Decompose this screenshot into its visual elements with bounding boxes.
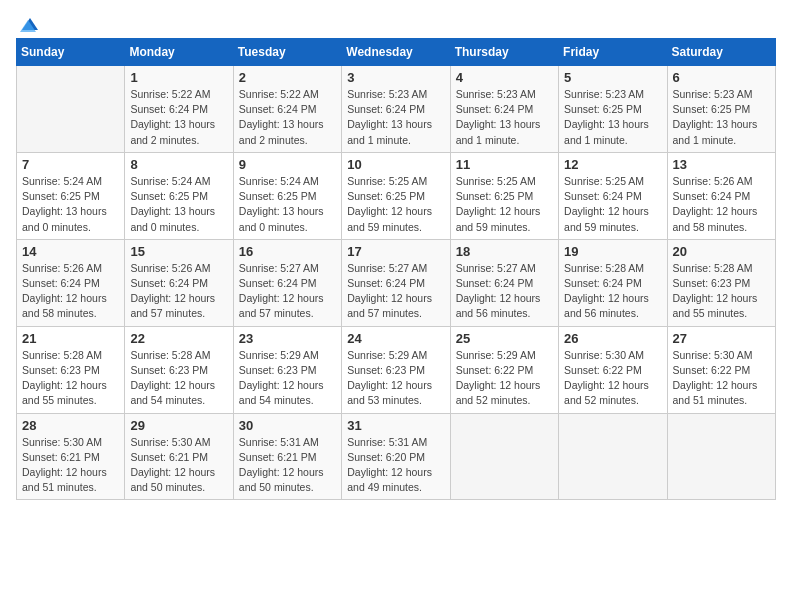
day-info: Sunrise: 5:30 AMSunset: 6:22 PMDaylight:… <box>564 348 661 409</box>
calendar-cell: 7Sunrise: 5:24 AMSunset: 6:25 PMDaylight… <box>17 152 125 239</box>
day-number: 30 <box>239 418 336 433</box>
day-info: Sunrise: 5:28 AMSunset: 6:23 PMDaylight:… <box>673 261 770 322</box>
calendar-cell: 3Sunrise: 5:23 AMSunset: 6:24 PMDaylight… <box>342 66 450 153</box>
day-number: 20 <box>673 244 770 259</box>
day-number: 10 <box>347 157 444 172</box>
calendar-cell: 28Sunrise: 5:30 AMSunset: 6:21 PMDayligh… <box>17 413 125 500</box>
day-number: 17 <box>347 244 444 259</box>
calendar-cell: 14Sunrise: 5:26 AMSunset: 6:24 PMDayligh… <box>17 239 125 326</box>
calendar-cell: 10Sunrise: 5:25 AMSunset: 6:25 PMDayligh… <box>342 152 450 239</box>
weekday-header-saturday: Saturday <box>667 39 775 66</box>
calendar-cell <box>667 413 775 500</box>
day-info: Sunrise: 5:26 AMSunset: 6:24 PMDaylight:… <box>673 174 770 235</box>
day-info: Sunrise: 5:30 AMSunset: 6:21 PMDaylight:… <box>22 435 119 496</box>
calendar-week-row: 14Sunrise: 5:26 AMSunset: 6:24 PMDayligh… <box>17 239 776 326</box>
calendar-cell: 19Sunrise: 5:28 AMSunset: 6:24 PMDayligh… <box>559 239 667 326</box>
logo-icon <box>18 12 40 34</box>
day-number: 9 <box>239 157 336 172</box>
weekday-header-friday: Friday <box>559 39 667 66</box>
calendar-cell <box>17 66 125 153</box>
day-number: 6 <box>673 70 770 85</box>
day-info: Sunrise: 5:26 AMSunset: 6:24 PMDaylight:… <box>130 261 227 322</box>
calendar-cell: 16Sunrise: 5:27 AMSunset: 6:24 PMDayligh… <box>233 239 341 326</box>
day-number: 13 <box>673 157 770 172</box>
day-number: 11 <box>456 157 553 172</box>
calendar-cell <box>450 413 558 500</box>
weekday-header-tuesday: Tuesday <box>233 39 341 66</box>
day-info: Sunrise: 5:24 AMSunset: 6:25 PMDaylight:… <box>22 174 119 235</box>
calendar-table: SundayMondayTuesdayWednesdayThursdayFrid… <box>16 38 776 500</box>
day-info: Sunrise: 5:27 AMSunset: 6:24 PMDaylight:… <box>347 261 444 322</box>
calendar-cell: 25Sunrise: 5:29 AMSunset: 6:22 PMDayligh… <box>450 326 558 413</box>
day-number: 19 <box>564 244 661 259</box>
day-number: 8 <box>130 157 227 172</box>
calendar-cell: 5Sunrise: 5:23 AMSunset: 6:25 PMDaylight… <box>559 66 667 153</box>
day-info: Sunrise: 5:28 AMSunset: 6:24 PMDaylight:… <box>564 261 661 322</box>
calendar-cell: 27Sunrise: 5:30 AMSunset: 6:22 PMDayligh… <box>667 326 775 413</box>
calendar-week-row: 21Sunrise: 5:28 AMSunset: 6:23 PMDayligh… <box>17 326 776 413</box>
day-number: 29 <box>130 418 227 433</box>
calendar-cell: 9Sunrise: 5:24 AMSunset: 6:25 PMDaylight… <box>233 152 341 239</box>
day-info: Sunrise: 5:22 AMSunset: 6:24 PMDaylight:… <box>130 87 227 148</box>
day-number: 25 <box>456 331 553 346</box>
day-info: Sunrise: 5:27 AMSunset: 6:24 PMDaylight:… <box>456 261 553 322</box>
day-info: Sunrise: 5:31 AMSunset: 6:21 PMDaylight:… <box>239 435 336 496</box>
day-info: Sunrise: 5:24 AMSunset: 6:25 PMDaylight:… <box>239 174 336 235</box>
day-number: 4 <box>456 70 553 85</box>
weekday-header-monday: Monday <box>125 39 233 66</box>
day-number: 18 <box>456 244 553 259</box>
logo <box>16 16 40 30</box>
calendar-cell: 29Sunrise: 5:30 AMSunset: 6:21 PMDayligh… <box>125 413 233 500</box>
day-number: 28 <box>22 418 119 433</box>
calendar-cell: 2Sunrise: 5:22 AMSunset: 6:24 PMDaylight… <box>233 66 341 153</box>
weekday-header-row: SundayMondayTuesdayWednesdayThursdayFrid… <box>17 39 776 66</box>
day-info: Sunrise: 5:23 AMSunset: 6:25 PMDaylight:… <box>673 87 770 148</box>
day-info: Sunrise: 5:29 AMSunset: 6:22 PMDaylight:… <box>456 348 553 409</box>
day-number: 22 <box>130 331 227 346</box>
calendar-cell: 24Sunrise: 5:29 AMSunset: 6:23 PMDayligh… <box>342 326 450 413</box>
calendar-week-row: 28Sunrise: 5:30 AMSunset: 6:21 PMDayligh… <box>17 413 776 500</box>
day-number: 1 <box>130 70 227 85</box>
calendar-cell: 4Sunrise: 5:23 AMSunset: 6:24 PMDaylight… <box>450 66 558 153</box>
day-info: Sunrise: 5:25 AMSunset: 6:24 PMDaylight:… <box>564 174 661 235</box>
day-info: Sunrise: 5:27 AMSunset: 6:24 PMDaylight:… <box>239 261 336 322</box>
calendar-cell: 18Sunrise: 5:27 AMSunset: 6:24 PMDayligh… <box>450 239 558 326</box>
calendar-cell <box>559 413 667 500</box>
day-info: Sunrise: 5:24 AMSunset: 6:25 PMDaylight:… <box>130 174 227 235</box>
day-info: Sunrise: 5:23 AMSunset: 6:24 PMDaylight:… <box>347 87 444 148</box>
day-info: Sunrise: 5:22 AMSunset: 6:24 PMDaylight:… <box>239 87 336 148</box>
calendar-cell: 13Sunrise: 5:26 AMSunset: 6:24 PMDayligh… <box>667 152 775 239</box>
day-number: 21 <box>22 331 119 346</box>
day-number: 15 <box>130 244 227 259</box>
day-number: 16 <box>239 244 336 259</box>
calendar-cell: 8Sunrise: 5:24 AMSunset: 6:25 PMDaylight… <box>125 152 233 239</box>
calendar-cell: 12Sunrise: 5:25 AMSunset: 6:24 PMDayligh… <box>559 152 667 239</box>
day-info: Sunrise: 5:25 AMSunset: 6:25 PMDaylight:… <box>347 174 444 235</box>
day-number: 7 <box>22 157 119 172</box>
calendar-cell: 17Sunrise: 5:27 AMSunset: 6:24 PMDayligh… <box>342 239 450 326</box>
calendar-cell: 15Sunrise: 5:26 AMSunset: 6:24 PMDayligh… <box>125 239 233 326</box>
calendar-cell: 11Sunrise: 5:25 AMSunset: 6:25 PMDayligh… <box>450 152 558 239</box>
calendar-cell: 6Sunrise: 5:23 AMSunset: 6:25 PMDaylight… <box>667 66 775 153</box>
weekday-header-wednesday: Wednesday <box>342 39 450 66</box>
day-number: 31 <box>347 418 444 433</box>
weekday-header-thursday: Thursday <box>450 39 558 66</box>
day-number: 23 <box>239 331 336 346</box>
day-info: Sunrise: 5:31 AMSunset: 6:20 PMDaylight:… <box>347 435 444 496</box>
day-number: 27 <box>673 331 770 346</box>
day-info: Sunrise: 5:23 AMSunset: 6:24 PMDaylight:… <box>456 87 553 148</box>
calendar-cell: 30Sunrise: 5:31 AMSunset: 6:21 PMDayligh… <box>233 413 341 500</box>
day-number: 5 <box>564 70 661 85</box>
calendar-cell: 31Sunrise: 5:31 AMSunset: 6:20 PMDayligh… <box>342 413 450 500</box>
header <box>16 16 776 30</box>
day-number: 12 <box>564 157 661 172</box>
day-info: Sunrise: 5:29 AMSunset: 6:23 PMDaylight:… <box>239 348 336 409</box>
day-info: Sunrise: 5:29 AMSunset: 6:23 PMDaylight:… <box>347 348 444 409</box>
day-info: Sunrise: 5:28 AMSunset: 6:23 PMDaylight:… <box>130 348 227 409</box>
calendar-cell: 26Sunrise: 5:30 AMSunset: 6:22 PMDayligh… <box>559 326 667 413</box>
day-number: 24 <box>347 331 444 346</box>
day-info: Sunrise: 5:26 AMSunset: 6:24 PMDaylight:… <box>22 261 119 322</box>
calendar-cell: 23Sunrise: 5:29 AMSunset: 6:23 PMDayligh… <box>233 326 341 413</box>
day-number: 26 <box>564 331 661 346</box>
calendar-cell: 22Sunrise: 5:28 AMSunset: 6:23 PMDayligh… <box>125 326 233 413</box>
